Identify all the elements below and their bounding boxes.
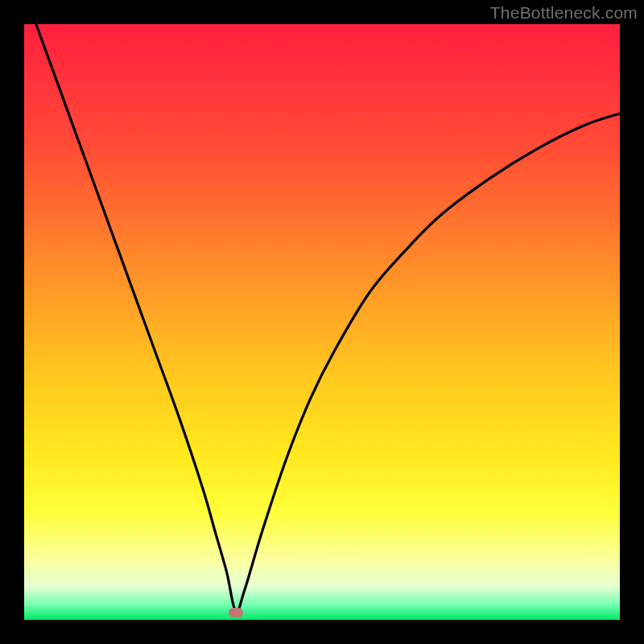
plot-area: [24, 24, 620, 620]
bottleneck-curve: [24, 24, 620, 620]
optimal-point-marker: [229, 608, 243, 617]
chart-frame: TheBottleneck.com: [0, 0, 644, 644]
attribution-label: TheBottleneck.com: [490, 3, 638, 23]
